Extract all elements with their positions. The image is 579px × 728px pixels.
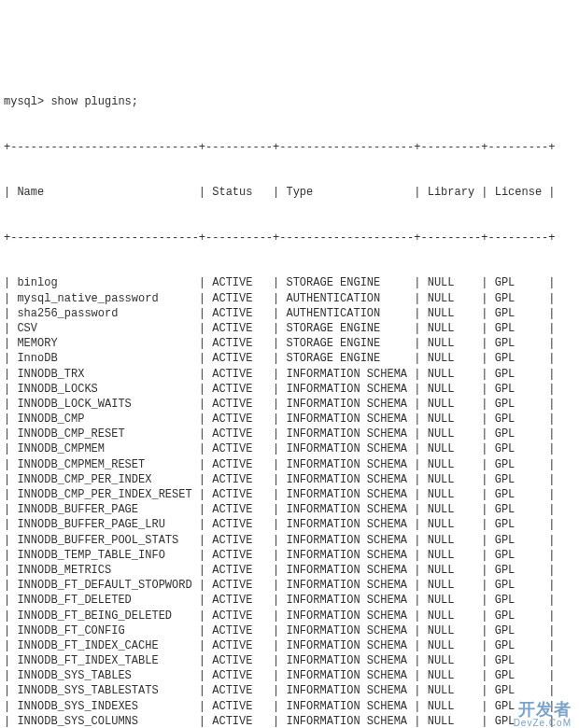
table-row: | INNODB_FT_DELETED | ACTIVE | INFORMATI…	[4, 593, 575, 608]
table-row: | INNODB_BUFFER_POOL_STATS | ACTIVE | IN…	[4, 533, 575, 548]
table-row: | INNODB_SYS_TABLES | ACTIVE | INFORMATI…	[4, 668, 575, 683]
watermark-sub: DevZe.CoM	[514, 717, 572, 728]
table-row: | INNODB_SYS_TABLESTATS | ACTIVE | INFOR…	[4, 683, 575, 698]
table-row: | INNODB_FT_INDEX_TABLE | ACTIVE | INFOR…	[4, 653, 575, 668]
table-separator-top: +----------------------------+----------…	[4, 140, 575, 155]
mysql-terminal-output: mysql> show plugins; +------------------…	[4, 64, 575, 728]
table-row: | mysql_native_password | ACTIVE | AUTHE…	[4, 291, 575, 306]
table-row: | MEMORY | ACTIVE | STORAGE ENGINE | NUL…	[4, 336, 575, 351]
table-row: | INNODB_CMP | ACTIVE | INFORMATION SCHE…	[4, 412, 575, 427]
table-row: | CSV | ACTIVE | STORAGE ENGINE | NULL |…	[4, 321, 575, 336]
table-row: | INNODB_METRICS | ACTIVE | INFORMATION …	[4, 563, 575, 578]
table-body: | binlog | ACTIVE | STORAGE ENGINE | NUL…	[4, 275, 575, 728]
table-row: | INNODB_TEMP_TABLE_INFO | ACTIVE | INFO…	[4, 548, 575, 563]
table-row: | INNODB_CMPMEM_RESET | ACTIVE | INFORMA…	[4, 457, 575, 472]
table-row: | INNODB_FT_INDEX_CACHE | ACTIVE | INFOR…	[4, 638, 575, 653]
table-row: | INNODB_SYS_INDEXES | ACTIVE | INFORMAT…	[4, 699, 575, 714]
table-row: | INNODB_FT_DEFAULT_STOPWORD | ACTIVE | …	[4, 578, 575, 593]
table-row: | INNODB_LOCKS | ACTIVE | INFORMATION SC…	[4, 382, 575, 397]
table-row: | INNODB_FT_CONFIG | ACTIVE | INFORMATIO…	[4, 623, 575, 638]
table-row: | sha256_password | ACTIVE | AUTHENTICAT…	[4, 306, 575, 321]
table-row: | INNODB_SYS_COLUMNS | ACTIVE | INFORMAT…	[4, 714, 575, 728]
table-row: | INNODB_CMP_RESET | ACTIVE | INFORMATIO…	[4, 427, 575, 441]
table-row: | INNODB_CMP_PER_INDEX_RESET | ACTIVE | …	[4, 487, 575, 502]
table-row: | INNODB_BUFFER_PAGE | ACTIVE | INFORMAT…	[4, 502, 575, 517]
table-row: | INNODB_CMP_PER_INDEX | ACTIVE | INFORM…	[4, 472, 575, 487]
table-row: | INNODB_TRX | ACTIVE | INFORMATION SCHE…	[4, 367, 575, 382]
prompt-line: mysql> show plugins;	[4, 94, 575, 109]
table-row: | binlog | ACTIVE | STORAGE ENGINE | NUL…	[4, 275, 575, 290]
table-row: | INNODB_LOCK_WAITS | ACTIVE | INFORMATI…	[4, 397, 575, 412]
table-row: | InnoDB | ACTIVE | STORAGE ENGINE | NUL…	[4, 351, 575, 366]
table-header-row: | Name | Status | Type | Library | Licen…	[4, 185, 575, 200]
table-row: | INNODB_BUFFER_PAGE_LRU | ACTIVE | INFO…	[4, 517, 575, 532]
table-separator-mid: +----------------------------+----------…	[4, 231, 575, 245]
table-row: | INNODB_CMPMEM | ACTIVE | INFORMATION S…	[4, 441, 575, 456]
table-row: | INNODB_FT_BEING_DELETED | ACTIVE | INF…	[4, 609, 575, 623]
